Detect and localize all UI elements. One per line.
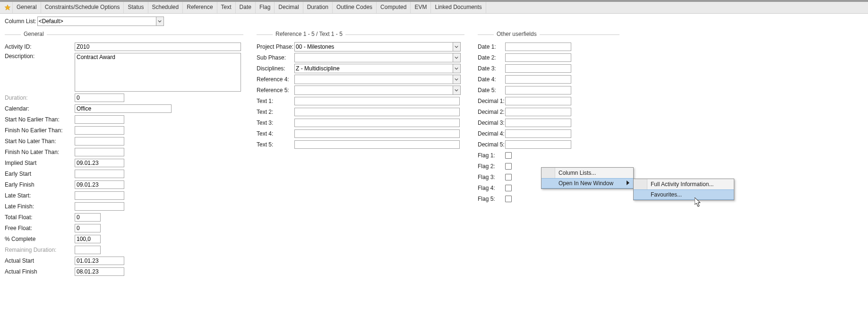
snlt-field[interactable]: [75, 137, 124, 146]
lbl-date2: Date 2:: [478, 54, 505, 61]
lbl-lf: Late Finish:: [5, 203, 75, 210]
percent-complete-field[interactable]: [75, 235, 101, 243]
reference4-dropdown[interactable]: [294, 75, 461, 84]
decimal2-field[interactable]: [505, 108, 571, 116]
date5-field[interactable]: [505, 86, 571, 94]
column-list-dropdown[interactable]: [37, 17, 164, 26]
reference5-dropdown[interactable]: [294, 86, 461, 95]
flag5-checkbox[interactable]: [505, 196, 512, 202]
flag2-checkbox[interactable]: [505, 163, 512, 170]
duration-field[interactable]: [75, 94, 124, 102]
early-finish-field[interactable]: [75, 180, 124, 189]
chevron-down-icon[interactable]: [453, 53, 460, 62]
tab-duration[interactable]: Duration: [303, 2, 333, 13]
chevron-down-icon[interactable]: [453, 75, 460, 84]
description-field[interactable]: [75, 53, 241, 92]
text5-field[interactable]: [294, 140, 460, 149]
free-float-field[interactable]: [75, 224, 101, 232]
panel-reference-text: Reference 1 - 5 / Text 1 - 5 Project Pha…: [257, 28, 464, 151]
implied-start-field[interactable]: [75, 159, 124, 167]
favourites-icon[interactable]: [3, 2, 12, 13]
tab-status[interactable]: Status: [124, 2, 148, 13]
late-finish-field[interactable]: [75, 202, 124, 211]
date3-field[interactable]: [505, 64, 571, 73]
project-phase-value[interactable]: [295, 43, 453, 51]
tab-evm[interactable]: EVM: [411, 2, 431, 13]
total-float-field[interactable]: [75, 213, 101, 222]
flag1-checkbox[interactable]: [505, 152, 512, 159]
disciplines-dropdown[interactable]: [294, 64, 461, 73]
decimal3-field[interactable]: [505, 119, 571, 127]
tab-decimal[interactable]: Decimal: [275, 2, 303, 13]
lbl-t4: Text 4:: [257, 130, 294, 137]
date1-field[interactable]: [505, 43, 571, 51]
tab-flag[interactable]: Flag: [256, 2, 275, 13]
remaining-duration-field[interactable]: [75, 246, 101, 254]
tab-scheduled[interactable]: Scheduled: [148, 2, 183, 13]
activity-id-field[interactable]: [75, 43, 241, 51]
decimal5-field[interactable]: [505, 140, 571, 149]
lbl-imps: Implied Start: [5, 160, 75, 166]
tab-computed[interactable]: Computed: [377, 2, 411, 13]
submenu-arrow-icon: [627, 180, 629, 187]
chevron-down-icon[interactable]: [453, 86, 460, 94]
sub-phase-dropdown[interactable]: [294, 53, 461, 62]
lbl-calendar: Calendar:: [5, 105, 75, 112]
tab-linked-documents[interactable]: Linked Documents: [431, 2, 486, 13]
project-phase-dropdown[interactable]: [294, 42, 461, 51]
submenu-item-full-activity-info[interactable]: Full Activity Information...: [634, 179, 734, 189]
submenu-item-favourites[interactable]: Favourites...: [634, 189, 734, 200]
decimal4-field[interactable]: [505, 129, 571, 138]
lbl-flag3: Flag 3:: [478, 174, 505, 180]
calendar-field[interactable]: [75, 104, 172, 113]
menu-item-column-lists[interactable]: Column Lists...: [541, 168, 633, 178]
column-list-value[interactable]: [38, 17, 156, 25]
disciplines-value[interactable]: [295, 65, 453, 72]
menu-item-label: Column Lists...: [559, 170, 596, 176]
sub-phase-value[interactable]: [295, 54, 453, 61]
lbl-es: Early Start: [5, 171, 75, 177]
lbl-r5: Reference 5:: [257, 87, 294, 94]
tab-text[interactable]: Text: [217, 2, 236, 13]
actual-start-field[interactable]: [75, 257, 124, 265]
text1-field[interactable]: [294, 97, 460, 105]
lbl-snlt: Start No Later Than:: [5, 138, 75, 145]
lbl-disc: Disciplines:: [257, 65, 294, 72]
lbl-dec2: Decimal 2:: [478, 109, 505, 115]
text3-field[interactable]: [294, 119, 460, 127]
early-start-field[interactable]: [75, 170, 124, 178]
fnlt-field[interactable]: [75, 148, 124, 156]
date4-field[interactable]: [505, 75, 571, 84]
reference5-value[interactable]: [295, 86, 453, 94]
reference4-value[interactable]: [295, 76, 453, 83]
menu-item-label: Favourites...: [651, 191, 682, 198]
tab-outline-codes[interactable]: Outline Codes: [333, 2, 377, 13]
flag4-checkbox[interactable]: [505, 185, 512, 191]
actual-finish-field[interactable]: [75, 267, 124, 276]
tab-reference[interactable]: Reference: [183, 2, 217, 13]
lbl-ef: Early Finish: [5, 181, 75, 188]
menu-item-open-new-window[interactable]: Open In New Window: [541, 178, 633, 188]
panel-general: General Activity ID: Description: Durati…: [5, 28, 243, 278]
lbl-flag4: Flag 4:: [478, 185, 505, 191]
lbl-date4: Date 4:: [478, 76, 505, 83]
menu-item-label: Open In New Window: [559, 180, 613, 187]
text4-field[interactable]: [294, 129, 460, 138]
tab-constraints-schedule-options[interactable]: Constraints/Schedule Options: [41, 2, 124, 13]
lbl-dec3: Decimal 3:: [478, 120, 505, 126]
text2-field[interactable]: [294, 108, 460, 116]
decimal1-field[interactable]: [505, 97, 571, 105]
date2-field[interactable]: [505, 53, 571, 62]
chevron-down-icon[interactable]: [453, 43, 460, 51]
snet-field[interactable]: [75, 115, 124, 124]
lbl-af: Actual Finish: [5, 268, 75, 275]
late-start-field[interactable]: [75, 191, 124, 200]
chevron-down-icon[interactable]: [156, 17, 163, 26]
svg-marker-1: [627, 180, 629, 185]
tab-date[interactable]: Date: [236, 2, 256, 13]
flag3-checkbox[interactable]: [505, 174, 512, 180]
chevron-down-icon[interactable]: [453, 64, 460, 73]
tab-general[interactable]: General: [12, 2, 41, 13]
lbl-date1: Date 1:: [478, 43, 505, 50]
fnet-field[interactable]: [75, 126, 124, 135]
